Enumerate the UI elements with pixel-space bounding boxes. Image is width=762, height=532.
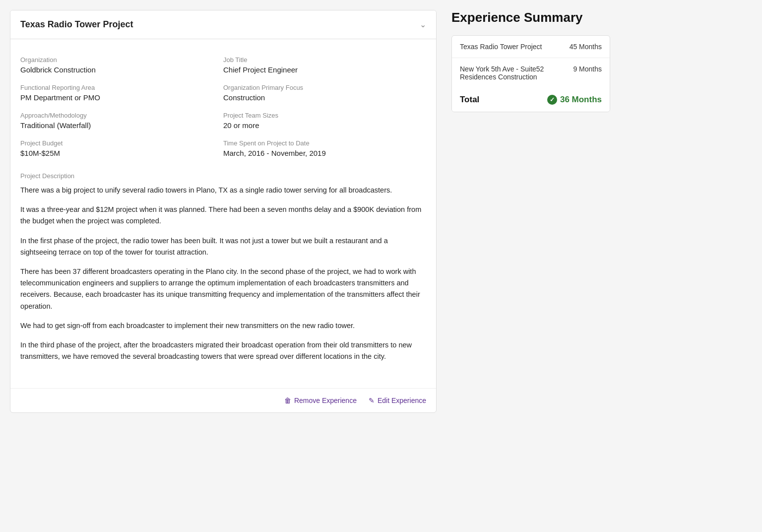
- org-focus-label: Organization Primary Focus: [223, 84, 426, 91]
- job-title-value: Chief Project Engineer: [223, 66, 426, 74]
- summary-project-row: Texas Radio Tower Project45 Months: [452, 36, 610, 58]
- remove-experience-label: Remove Experience: [294, 397, 357, 404]
- org-focus-field: Organization Primary Focus Construction: [223, 79, 426, 107]
- summary-project-name: Texas Radio Tower Project: [460, 43, 570, 51]
- functional-area-label: Functional Reporting Area: [20, 84, 223, 91]
- project-header: Texas Radio Tower Project ⌄: [10, 10, 436, 39]
- description-paragraphs: There was a big project to unify several…: [20, 185, 426, 362]
- team-size-label: Project Team Sizes: [223, 112, 426, 119]
- total-months: 36 Months: [560, 95, 602, 105]
- project-title: Texas Radio Tower Project: [20, 19, 133, 30]
- budget-field: Project Budget $10M-$25M: [20, 134, 223, 162]
- description-label: Project Description: [20, 172, 426, 180]
- pencil-icon: ✎: [369, 397, 375, 404]
- job-title-field: Job Title Chief Project Engineer: [223, 51, 426, 79]
- functional-area-value: PM Department or PMO: [20, 93, 223, 102]
- trash-icon: 🗑: [284, 397, 291, 404]
- methodology-value: Traditional (Waterfall): [20, 121, 223, 130]
- summary-project-months: 45 Months: [570, 43, 602, 51]
- summary-card: Texas Radio Tower Project45 MonthsNew Yo…: [451, 35, 610, 112]
- summary-project-months: 9 Months: [573, 65, 602, 73]
- remove-experience-button[interactable]: 🗑 Remove Experience: [284, 397, 357, 404]
- project-body: Organization Goldbrick Construction Job …: [10, 39, 436, 382]
- project-card: Texas Radio Tower Project ⌄ Organization…: [10, 10, 437, 413]
- edit-experience-button[interactable]: ✎ Edit Experience: [369, 397, 426, 404]
- summary-project-name: New York 5th Ave - Suite52 Residences Co…: [460, 65, 573, 81]
- summary-rows: Texas Radio Tower Project45 MonthsNew Yo…: [452, 36, 610, 88]
- description-paragraph: We had to get sign-off from each broadca…: [20, 320, 426, 332]
- main-panel: Texas Radio Tower Project ⌄ Organization…: [10, 10, 437, 522]
- organization-value: Goldbrick Construction: [20, 66, 223, 74]
- description-paragraph: It was a three-year and $12M project whe…: [20, 204, 426, 227]
- card-actions: 🗑 Remove Experience ✎ Edit Experience: [10, 388, 436, 412]
- summary-panel: Experience Summary Texas Radio Tower Pro…: [451, 10, 610, 522]
- edit-experience-label: Edit Experience: [378, 397, 426, 404]
- summary-total-row: Total ✓ 36 Months: [452, 88, 610, 112]
- job-title-label: Job Title: [223, 56, 426, 64]
- chevron-down-icon[interactable]: ⌄: [420, 20, 426, 29]
- organization-label: Organization: [20, 56, 223, 64]
- team-size-value: 20 or more: [223, 121, 426, 130]
- methodology-field: Approach/Methodology Traditional (Waterf…: [20, 107, 223, 134]
- description-section: Project Description There was a big proj…: [20, 172, 426, 362]
- description-paragraph: There was a big project to unify several…: [20, 185, 426, 196]
- team-size-field: Project Team Sizes 20 or more: [223, 107, 426, 134]
- methodology-label: Approach/Methodology: [20, 112, 223, 119]
- time-label: Time Spent on Project to Date: [223, 139, 426, 147]
- organization-field: Organization Goldbrick Construction: [20, 51, 223, 79]
- total-label: Total: [460, 95, 479, 105]
- description-paragraph: In the first phase of the project, the r…: [20, 235, 426, 258]
- org-focus-value: Construction: [223, 93, 426, 102]
- summary-project-row: New York 5th Ave - Suite52 Residences Co…: [452, 58, 610, 88]
- time-value: March, 2016 - November, 2019: [223, 149, 426, 157]
- total-value: ✓ 36 Months: [547, 95, 602, 105]
- description-paragraph: In the third phase of the project, after…: [20, 339, 426, 362]
- summary-title: Experience Summary: [451, 10, 610, 25]
- check-icon: ✓: [547, 95, 557, 105]
- time-field: Time Spent on Project to Date March, 201…: [223, 134, 426, 162]
- functional-area-field: Functional Reporting Area PM Department …: [20, 79, 223, 107]
- description-paragraph: There has been 37 different broadcasters…: [20, 266, 426, 312]
- budget-label: Project Budget: [20, 139, 223, 147]
- fields-grid: Organization Goldbrick Construction Job …: [20, 51, 426, 162]
- budget-value: $10M-$25M: [20, 149, 223, 157]
